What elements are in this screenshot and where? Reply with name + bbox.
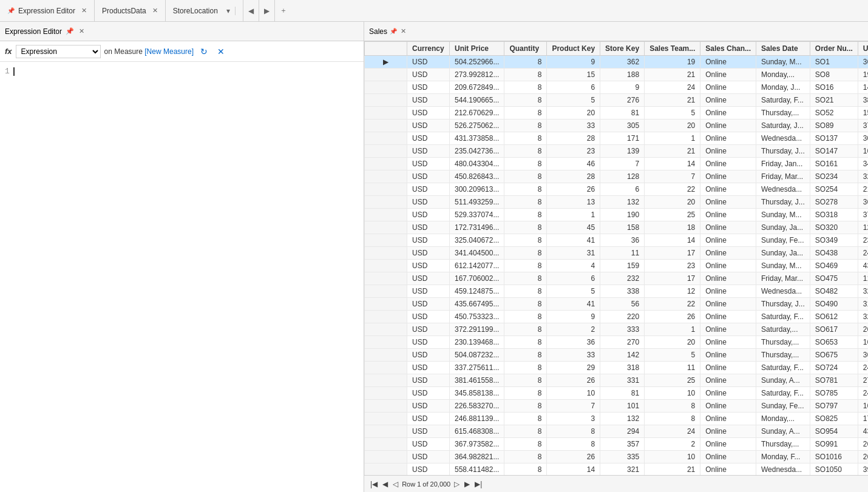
- cell-unitPrice: 450.826843...: [450, 170, 504, 183]
- row-indicator-cell: [365, 362, 407, 374]
- col-header-quantity[interactable]: Quantity: [504, 42, 547, 56]
- table-row[interactable]: USD615.468308...8829424OnlineSunday, A..…: [365, 425, 869, 438]
- table-row[interactable]: USD226.583270...871018OnlineSunday, Fe..…: [365, 400, 869, 413]
- table-row[interactable]: USD526.275062...83330520OnlineSaturday, …: [365, 120, 869, 132]
- table-row[interactable]: USD212.670629...820815OnlineThursday,...…: [365, 107, 869, 120]
- cancel-expression-button[interactable]: ✕: [214, 45, 228, 58]
- cell-quantity: 8: [504, 298, 547, 311]
- table-row[interactable]: USD300.209613...826622OnlineWednesda...S…: [365, 183, 869, 196]
- table-row[interactable]: USD367.973582...883572OnlineThursday,...…: [365, 438, 869, 451]
- prev-row-button[interactable]: ◁: [392, 480, 399, 488]
- table-row[interactable]: USD431.373858...8281711OnlineWednesda...…: [365, 132, 869, 145]
- cell-quantity: 8: [504, 56, 547, 69]
- tab-products-data-close[interactable]: ✕: [152, 7, 158, 15]
- cell-salesDate: Saturday, F...: [756, 362, 810, 374]
- table-row[interactable]: USD273.992812...81518821OnlineMonday,...…: [365, 69, 869, 81]
- col-header-sales-team[interactable]: Sales Team...: [645, 42, 700, 56]
- cell-productKey: 41: [547, 298, 600, 311]
- cell-salesChan: Online: [700, 260, 756, 272]
- tab-products-data[interactable]: ProductsData ✕: [95, 0, 166, 21]
- table-row[interactable]: USD558.411482...81432121OnlineWednesda..…: [365, 463, 869, 476]
- table-row[interactable]: USD459.124875...8533812OnlineWednesda...…: [365, 285, 869, 298]
- first-page-button[interactable]: |◀: [369, 480, 379, 488]
- cell-quantity: 8: [504, 107, 547, 120]
- prev-page-button[interactable]: ◀: [381, 480, 389, 488]
- cell-productKey: 9: [547, 311, 600, 323]
- cell-salesTeam: 21: [645, 145, 700, 158]
- cell-orderNum: SO147: [810, 145, 858, 158]
- tab-store-location[interactable]: StoreLocation ▾: [166, 0, 243, 21]
- tab-store-location-arrow[interactable]: ▾: [222, 7, 236, 15]
- table-row[interactable]: USD450.826843...8281287OnlineFriday, Mar…: [365, 170, 869, 183]
- table-row[interactable]: USD450.753323...8922026OnlineSaturday, F…: [365, 311, 869, 323]
- tab-scroll-right[interactable]: ▶: [259, 0, 275, 21]
- table-row[interactable]: USD381.461558...82633125OnlineSunday, A.…: [365, 374, 869, 387]
- table-row[interactable]: USD325.040672...8413614OnlineSunday, Fe.…: [365, 234, 869, 247]
- table-row[interactable]: USD209.672849...86924OnlineMonday, J...S…: [365, 81, 869, 94]
- col-header-order-num[interactable]: Order Nu...: [810, 42, 858, 56]
- next-page-button[interactable]: ▶: [463, 480, 471, 488]
- table-row[interactable]: USD544.190665...8527621OnlineSaturday, F…: [365, 94, 869, 107]
- table-row[interactable]: USD235.042736...82313921OnlineThursday, …: [365, 145, 869, 158]
- sales-grid-close[interactable]: ✕: [401, 27, 406, 35]
- table-row[interactable]: USD612.142077...8415923OnlineSunday, M..…: [365, 260, 869, 272]
- expression-select[interactable]: Expression: [16, 45, 101, 58]
- pin-icon[interactable]: 📌: [7, 7, 15, 14]
- expression-editor-pin[interactable]: 📌: [66, 27, 74, 35]
- table-row[interactable]: USD246.881139...831328OnlineMonday,...SO…: [365, 413, 869, 425]
- table-row[interactable]: USD337.275611...82931811OnlineSaturday, …: [365, 362, 869, 374]
- cell-unitCost: 365.352327...: [858, 196, 868, 209]
- cell-storeKey: 132: [600, 196, 645, 209]
- cell-unitPrice: 273.992812...: [450, 69, 504, 81]
- table-row[interactable]: USD230.139468...83627020OnlineThursday,.…: [365, 336, 869, 349]
- table-row[interactable]: USD341.404500...8311117OnlineSunday, Ja.…: [365, 247, 869, 260]
- cell-orderNum: SO781: [810, 374, 858, 387]
- tab-expression-editor[interactable]: 📌 Expression Editor ✕: [0, 0, 95, 21]
- cell-unitPrice: 435.667495...: [450, 298, 504, 311]
- table-row[interactable]: USD345.858138...8108110OnlineSaturday, F…: [365, 387, 869, 400]
- col-header-unit-price[interactable]: Unit Price: [450, 42, 504, 56]
- cell-currency: USD: [407, 145, 450, 158]
- col-header-currency[interactable]: Currency: [407, 42, 450, 56]
- cell-unitPrice: 459.124875...: [450, 285, 504, 298]
- tab-add-button[interactable]: ＋: [275, 0, 292, 21]
- table-row[interactable]: USD172.731496...84515818OnlineSunday, Ja…: [365, 221, 869, 234]
- cell-currency: USD: [407, 285, 450, 298]
- row-indicator-cell: [365, 272, 407, 285]
- refresh-button[interactable]: ↻: [197, 45, 211, 58]
- new-measure-link[interactable]: [New Measure]: [144, 47, 194, 56]
- cell-unitPrice: 325.040672...: [450, 234, 504, 247]
- expression-editor-close[interactable]: ✕: [79, 27, 84, 35]
- cell-orderNum: SO675: [810, 349, 858, 362]
- table-row[interactable]: USD372.291199...823331OnlineSaturday,...…: [365, 323, 869, 336]
- cell-salesDate: Monday, J...: [756, 81, 810, 94]
- expression-editor-body[interactable]: 1: [0, 62, 364, 492]
- col-header-store-key[interactable]: Store Key: [600, 42, 645, 56]
- table-row[interactable]: USD504.087232...8331425OnlineThursday,..…: [365, 349, 869, 362]
- table-row[interactable]: ▶USD504.252966...8936219OnlineSunday, M.…: [365, 56, 869, 69]
- table-row[interactable]: USD480.043304...846714OnlineFriday, Jan.…: [365, 158, 869, 170]
- col-header-product-key[interactable]: Product Key: [547, 42, 600, 56]
- tab-scroll-left[interactable]: ◀: [243, 0, 259, 21]
- last-page-button[interactable]: ▶|: [473, 480, 483, 488]
- row-indicator-cell: [365, 69, 407, 81]
- col-header-unit-cost[interactable]: Unit Cost: [858, 42, 868, 56]
- cell-salesTeam: 21: [645, 463, 700, 476]
- col-header-sales-chan[interactable]: Sales Chan...: [700, 42, 756, 56]
- table-row[interactable]: USD529.337074...8119025OnlineSunday, M..…: [365, 209, 869, 221]
- table-row[interactable]: USD435.667495...8415622OnlineThursday, J…: [365, 298, 869, 311]
- table-row[interactable]: USD511.493259...81313220OnlineThursday, …: [365, 196, 869, 209]
- cell-salesDate: Sunday, M...: [756, 260, 810, 272]
- cell-productKey: 9: [547, 56, 600, 69]
- next-row-button[interactable]: ▷: [453, 480, 461, 488]
- table-row[interactable]: USD167.706002...8623217OnlineFriday, Mar…: [365, 272, 869, 285]
- cell-unitPrice: 526.275062...: [450, 120, 504, 132]
- cell-salesChan: Online: [700, 158, 756, 170]
- cell-quantity: 8: [504, 438, 547, 451]
- col-header-sales-date[interactable]: Sales Date: [756, 42, 810, 56]
- sales-data-grid-container[interactable]: Currency Unit Price Quantity Product Key…: [364, 41, 868, 475]
- tab-expression-editor-close[interactable]: ✕: [81, 7, 87, 15]
- cell-currency: USD: [407, 120, 450, 132]
- table-row[interactable]: USD364.982821...82633510OnlineMonday, F.…: [365, 451, 869, 463]
- sales-grid-pin[interactable]: 📌: [390, 28, 397, 35]
